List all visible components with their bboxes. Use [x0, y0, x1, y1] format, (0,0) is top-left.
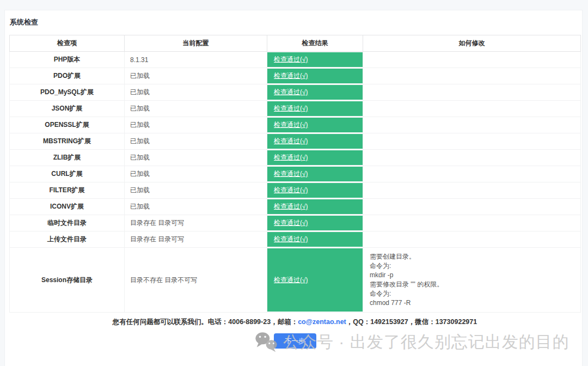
- check-item-label: MBSTRING扩展: [10, 133, 125, 150]
- fix-instructions: [363, 182, 581, 199]
- check-pass-badge: 检查通过(√): [267, 167, 363, 181]
- current-config-value: 目录不存在 目录不可写: [125, 248, 267, 313]
- table-row: PDO扩展已加载检查通过(√): [10, 68, 581, 84]
- check-pass-status: 检查通过(√): [274, 104, 308, 113]
- check-pass-status: 检查通过(√): [274, 186, 308, 195]
- table-row: CURL扩展已加载检查通过(√): [10, 166, 581, 182]
- check-item-label: ZLIB扩展: [10, 150, 125, 166]
- page-title: 系统检查: [10, 17, 578, 27]
- check-result-cell: 检查通过(√): [267, 166, 363, 182]
- fix-instruction-line: 需要修改目录 "" 的权限。: [370, 280, 574, 289]
- fix-instructions: [363, 117, 581, 133]
- table-row: JSON扩展已加载检查通过(√): [10, 101, 581, 117]
- check-pass-badge: 检查通过(√): [267, 150, 363, 165]
- fix-instruction-line: mkdir -p: [370, 271, 574, 280]
- check-result-cell: 检查通过(√): [267, 117, 363, 133]
- check-pass-status: 检查通过(√): [274, 169, 308, 179]
- check-pass-badge: 检查通过(√): [267, 69, 363, 83]
- check-pass-status: 检查通过(√): [274, 88, 308, 97]
- check-result-cell: 检查通过(√): [267, 52, 363, 68]
- check-pass-badge: 检查通过(√): [267, 52, 363, 67]
- fix-instructions: [363, 215, 581, 231]
- check-pass-badge: 检查通过(√): [267, 85, 363, 100]
- current-config-value: 已加载: [125, 182, 267, 199]
- check-pass-status: 检查通过(√): [274, 276, 308, 285]
- check-item-label: Session存储目录: [10, 248, 125, 313]
- table-row: FILTER扩展已加载检查通过(√): [10, 182, 581, 199]
- current-config-value: 已加载: [125, 101, 267, 117]
- fix-instructions: 需要创建目录。命令为:mkdir -p需要修改目录 "" 的权限。命令为:chm…: [363, 248, 581, 313]
- fix-instructions: [363, 68, 581, 84]
- fix-instruction-line: chmod 777 -R: [370, 298, 574, 308]
- fix-instruction-line: 命令为:: [370, 261, 574, 271]
- check-pass-status: 检查通过(√): [274, 120, 308, 130]
- check-pass-badge: 检查通过(√): [267, 183, 363, 198]
- col-header-how-to-fix: 如何修改: [363, 35, 581, 52]
- current-config-value: 目录存在 目录可写: [125, 215, 267, 231]
- check-pass-status: 检查通过(√): [274, 137, 308, 146]
- check-pass-status: 检查通过(√): [274, 55, 308, 64]
- check-result-cell: 检查通过(√): [267, 231, 363, 248]
- check-result-cell: 检查通过(√): [267, 215, 363, 231]
- table-row: MBSTRING扩展已加载检查通过(√): [10, 133, 581, 150]
- col-header-current-config: 当前配置: [125, 35, 267, 52]
- current-config-value: 已加载: [125, 84, 267, 101]
- table-row: OPENSSL扩展已加载检查通过(√): [10, 117, 581, 133]
- table-row: ZLIB扩展已加载检查通过(√): [10, 150, 581, 166]
- check-item-label: 上传文件目录: [10, 231, 125, 248]
- col-header-check-result: 检查结果: [267, 35, 363, 52]
- check-item-label: PHP版本: [10, 52, 125, 68]
- check-pass-badge: 检查通过(√): [267, 248, 363, 312]
- check-pass-badge: 检查通过(√): [267, 199, 363, 214]
- check-pass-badge: 检查通过(√): [267, 101, 363, 116]
- fix-instructions: [363, 52, 581, 68]
- fix-instructions: [363, 231, 581, 248]
- check-result-cell: 检查通过(√): [267, 84, 363, 101]
- fix-instructions: [363, 166, 581, 182]
- check-pass-status: 检查通过(√): [274, 71, 308, 81]
- fix-instructions: [363, 84, 581, 101]
- current-config-value: 已加载: [125, 150, 267, 166]
- check-pass-badge: 检查通过(√): [267, 216, 363, 230]
- email-link[interactable]: co@zentao.net: [298, 318, 346, 326]
- table-row: ICONV扩展已加载检查通过(√): [10, 199, 581, 215]
- table-row: PHP版本8.1.31检查通过(√): [10, 52, 581, 68]
- fix-instructions: [363, 133, 581, 150]
- fix-instruction-line: 命令为:: [370, 289, 574, 298]
- check-item-label: CURL扩展: [10, 166, 125, 182]
- current-config-value: 8.1.31: [125, 52, 267, 68]
- fix-instruction-line: 需要创建目录。: [370, 252, 574, 261]
- table-row: Session存储目录目录不存在 目录不可写检查通过(√)需要创建目录。命令为:…: [10, 248, 581, 313]
- check-item-label: PDO扩展: [10, 68, 125, 84]
- button-row: 下一步: [9, 333, 580, 349]
- contact-info: 您有任何问题都可以联系我们。电话：4006-8899-23，邮箱：co@zent…: [9, 318, 580, 327]
- contact-text-suffix: ，QQ：1492153927，微信：13730922971: [346, 318, 477, 326]
- system-check-table: 检查项 当前配置 检查结果 如何修改 PHP版本8.1.31检查通过(√)PDO…: [9, 35, 581, 313]
- check-item-label: FILTER扩展: [10, 182, 125, 199]
- table-row: 临时文件目录目录存在 目录可写检查通过(√): [10, 215, 581, 231]
- current-config-value: 已加载: [125, 166, 267, 182]
- check-result-cell: 检查通过(√): [267, 68, 363, 84]
- fix-instructions: [363, 199, 581, 215]
- fix-instructions: [363, 101, 581, 117]
- current-config-value: 已加载: [125, 199, 267, 215]
- check-item-label: PDO_MySQL扩展: [10, 84, 125, 101]
- check-item-label: ICONV扩展: [10, 199, 125, 215]
- check-result-cell: 检查通过(√): [267, 150, 363, 166]
- next-step-button[interactable]: 下一步: [274, 333, 316, 349]
- check-pass-status: 检查通过(√): [274, 235, 308, 244]
- current-config-value: 已加载: [125, 133, 267, 150]
- check-result-cell: 检查通过(√): [267, 182, 363, 199]
- fix-instructions: [363, 150, 581, 166]
- check-pass-badge: 检查通过(√): [267, 232, 363, 247]
- check-item-label: JSON扩展: [10, 101, 125, 117]
- check-item-label: 临时文件目录: [10, 215, 125, 231]
- check-pass-status: 检查通过(√): [274, 153, 308, 162]
- table-row: PDO_MySQL扩展已加载检查通过(√): [10, 84, 581, 101]
- check-pass-badge: 检查通过(√): [267, 134, 363, 149]
- current-config-value: 目录存在 目录可写: [125, 231, 267, 248]
- system-check-panel: 系统检查 检查项 当前配置 检查结果 如何修改 PHP版本8.1.31检查通过(…: [4, 10, 583, 366]
- current-config-value: 已加载: [125, 117, 267, 133]
- check-item-label: OPENSSL扩展: [10, 117, 125, 133]
- table-row: 上传文件目录目录存在 目录可写检查通过(√): [10, 231, 581, 248]
